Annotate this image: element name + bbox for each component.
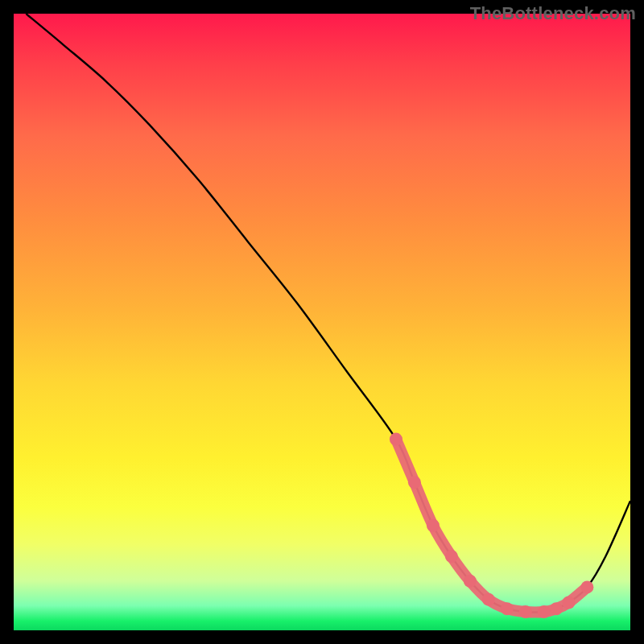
svg-point-0 (390, 433, 402, 446)
optimal-range-highlight (390, 433, 593, 618)
svg-point-7 (519, 605, 532, 618)
svg-point-4 (464, 575, 477, 588)
svg-point-10 (562, 597, 575, 609)
plot-area (14, 14, 630, 630)
svg-point-1 (408, 476, 421, 489)
svg-point-8 (538, 605, 551, 618)
svg-point-9 (550, 602, 563, 615)
svg-point-11 (580, 580, 593, 593)
svg-point-3 (445, 550, 458, 563)
chart-svg (14, 14, 630, 630)
svg-point-6 (501, 602, 514, 615)
chart-frame: TheBottleneck.com (0, 0, 644, 644)
bottleneck-curve-path (26, 14, 630, 612)
watermark-text: TheBottleneck.com (470, 3, 636, 24)
svg-point-5 (482, 593, 495, 606)
svg-point-2 (427, 519, 440, 532)
